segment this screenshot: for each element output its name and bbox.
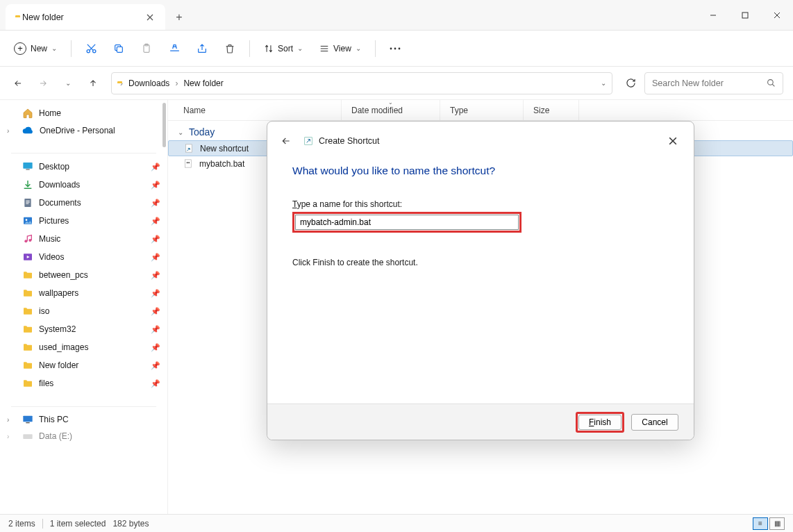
- view-button[interactable]: View ⌄: [312, 40, 368, 58]
- svg-rect-3: [117, 47, 122, 52]
- folder-icon: [22, 269, 33, 281]
- chevron-right-icon[interactable]: ›: [7, 433, 9, 440]
- shortcut-icon: [303, 136, 313, 146]
- paste-button[interactable]: [134, 36, 159, 61]
- sidebar-item-onedrive[interactable]: › OneDrive - Personal: [0, 122, 167, 139]
- chevron-right-icon: ›: [120, 78, 123, 88]
- sidebar-item-pictures[interactable]: Pictures📌: [0, 212, 167, 230]
- documents-icon: [22, 197, 33, 208]
- shortcut-file-icon: [184, 143, 194, 153]
- svg-rect-25: [185, 160, 192, 167]
- status-selected: 1 item selected: [50, 519, 106, 529]
- sidebar-item-thispc[interactable]: › This PC: [0, 411, 167, 428]
- sidebar-item-system32[interactable]: System32📌: [0, 320, 167, 338]
- breadcrumb-item[interactable]: Downloads: [126, 77, 172, 90]
- folder-icon: [22, 378, 33, 389]
- up-button[interactable]: [82, 72, 104, 94]
- column-header-type[interactable]: Type: [440, 100, 524, 120]
- sidebar-item-documents[interactable]: Documents📌: [0, 194, 167, 212]
- sidebar-item-data-drive[interactable]: › Data (E:): [0, 428, 167, 444]
- cloud-icon: [22, 126, 34, 135]
- sidebar-item-home[interactable]: Home: [0, 104, 167, 122]
- share-button[interactable]: [190, 36, 215, 61]
- delete-button[interactable]: [217, 36, 242, 61]
- svg-point-8: [398, 47, 400, 49]
- sidebar-label: OneDrive - Personal: [40, 126, 115, 135]
- sidebar-label: iso: [39, 306, 49, 316]
- sidebar-item-between_pcs[interactable]: between_pcs📌: [0, 266, 167, 284]
- refresh-button[interactable]: [619, 72, 642, 94]
- sidebar-item-desktop[interactable]: Desktop📌: [0, 158, 167, 176]
- new-button[interactable]: + New ⌄: [7, 38, 64, 59]
- recent-locations-button[interactable]: ⌄: [57, 72, 79, 94]
- sidebar-item-downloads[interactable]: Downloads📌: [0, 176, 167, 194]
- dialog-close-button[interactable]: [663, 131, 683, 151]
- search-input[interactable]: [652, 78, 767, 88]
- copy-button[interactable]: [106, 36, 131, 61]
- breadcrumb[interactable]: › Downloads › New folder ⌄: [111, 72, 612, 94]
- window-tab[interactable]: New folder: [6, 4, 165, 30]
- file-name: mybatch.bat: [199, 159, 244, 169]
- close-window-button[interactable]: [761, 0, 793, 30]
- sidebar-item-wallpapers[interactable]: wallpapers📌: [0, 284, 167, 302]
- more-button[interactable]: [383, 36, 408, 61]
- thumbnails-view-button[interactable]: ▦: [769, 517, 785, 530]
- dialog-title: Create Shortcut: [319, 136, 380, 146]
- svg-rect-10: [23, 163, 32, 169]
- sidebar-label: Home: [39, 108, 61, 118]
- chevron-right-icon[interactable]: ›: [7, 416, 9, 424]
- sidebar-label: This PC: [39, 415, 69, 424]
- chevron-down-icon[interactable]: ⌄: [601, 79, 606, 87]
- sidebar-item-videos[interactable]: Videos📌: [0, 248, 167, 266]
- svg-rect-11: [26, 169, 29, 169]
- folder-icon: [22, 360, 33, 371]
- sidebar-item-music[interactable]: Music📌: [0, 230, 167, 248]
- cut-button[interactable]: [78, 36, 103, 61]
- finish-button[interactable]: Finish: [578, 415, 621, 430]
- chevron-down-icon: ⌄: [178, 128, 183, 136]
- sidebar-label: Data (E:): [39, 431, 72, 441]
- sidebar-label: used_images: [39, 342, 88, 352]
- sidebar-item-iso[interactable]: iso📌: [0, 302, 167, 320]
- search-box[interactable]: [644, 72, 783, 94]
- pin-icon: 📌: [151, 217, 160, 226]
- sort-indicator-icon: ⌄: [388, 99, 393, 106]
- column-header-name[interactable]: Name: [168, 100, 342, 120]
- breadcrumb-item[interactable]: New folder: [181, 77, 226, 90]
- back-button[interactable]: [7, 72, 29, 94]
- svg-point-1: [87, 50, 90, 53]
- column-header-size[interactable]: Size: [524, 100, 579, 120]
- maximize-button[interactable]: [729, 0, 761, 30]
- rename-button[interactable]: [162, 36, 187, 61]
- pin-icon: 📌: [151, 199, 160, 208]
- folder-icon: [22, 288, 33, 299]
- svg-point-7: [394, 47, 396, 49]
- sort-icon: [264, 44, 274, 53]
- minimize-button[interactable]: [697, 0, 729, 30]
- new-label: New: [31, 44, 47, 53]
- sidebar-item-used_images[interactable]: used_images📌: [0, 338, 167, 356]
- sidebar-item-new-folder[interactable]: New folder📌: [0, 356, 167, 374]
- shortcut-name-input[interactable]: [295, 215, 519, 230]
- tab-close-button[interactable]: [144, 12, 156, 23]
- chevron-right-icon[interactable]: ›: [7, 127, 9, 135]
- new-tab-button[interactable]: +: [165, 4, 193, 30]
- sidebar-label: Downloads: [39, 180, 80, 190]
- drive-icon: [22, 431, 33, 441]
- sidebar-item-files[interactable]: files📌: [0, 374, 167, 392]
- details-view-button[interactable]: ≡: [753, 517, 768, 530]
- forward-button[interactable]: [32, 72, 54, 94]
- svg-rect-14: [26, 202, 29, 203]
- sort-button[interactable]: Sort ⌄: [257, 40, 310, 58]
- column-header-date[interactable]: ⌄ Date modified: [342, 100, 440, 120]
- sidebar-label: Music: [39, 234, 60, 244]
- dialog-field-label: TType a name for this shortcut:ype a nam…: [292, 199, 669, 209]
- chevron-down-icon: ⌄: [297, 44, 303, 52]
- sidebar-label: between_pcs: [39, 270, 88, 280]
- dialog-question: What would you like to name the shortcut…: [292, 165, 669, 177]
- monitor-icon: [22, 415, 33, 424]
- dialog-back-button[interactable]: [278, 133, 294, 149]
- downloads-icon: [22, 179, 33, 190]
- cancel-button[interactable]: Cancel: [631, 414, 678, 431]
- titlebar: New folder +: [0, 0, 793, 31]
